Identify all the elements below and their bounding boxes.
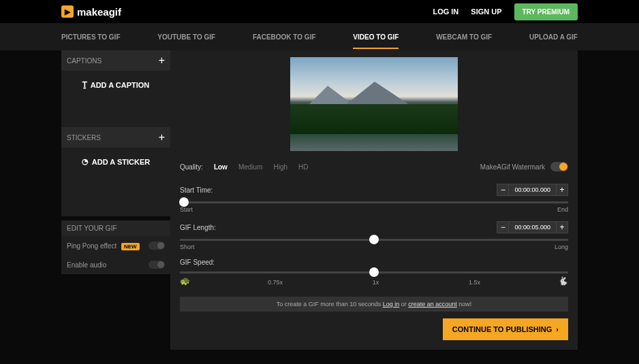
start-slider[interactable]	[180, 201, 568, 203]
quality-label: Quality:	[180, 163, 203, 171]
logo[interactable]: ▶ makeagif	[61, 5, 121, 18]
quality-hd[interactable]: HD	[298, 163, 308, 171]
quality-medium[interactable]: Medium	[238, 163, 263, 171]
start-slider-thumb[interactable]	[179, 197, 189, 207]
stickers-header: STICKERS +	[61, 127, 170, 148]
content: Quality: Low Medium High HD MakeAGif Wat…	[170, 50, 578, 350]
edit-section: EDIT YOUR GIF Ping Pong effect NEW Enabl…	[61, 220, 170, 274]
main-nav: PICTURES TO GIF YOUTUBE TO GIF FACEBOOK …	[0, 23, 639, 50]
info-pre: To create a GIF more than 10 seconds	[277, 301, 383, 308]
start-plus-button[interactable]: +	[556, 184, 568, 196]
top-bar: ▶ makeagif LOG IN SIGN UP TRY PREMIUM	[0, 0, 639, 23]
start-left-label: Start	[180, 206, 193, 213]
length-control: GIF Length: − 00:00:05.000 + Short Long	[180, 217, 568, 254]
speed-tick-1: 1x	[373, 279, 379, 286]
length-stepper: − 00:00:05.000 +	[497, 221, 568, 233]
speed-tick-15: 1.5x	[469, 279, 480, 286]
watermark-label: MakeAGif Watermark	[480, 163, 545, 171]
nav-webcam[interactable]: WEBCAM TO GIF	[436, 25, 492, 49]
length-left-label: Short	[180, 244, 195, 250]
login-link[interactable]: LOG IN	[433, 7, 458, 16]
length-label: GIF Length:	[180, 224, 216, 231]
info-mid: or	[399, 301, 408, 308]
length-right-label: Long	[555, 244, 568, 250]
captions-header: CAPTIONS +	[61, 50, 170, 71]
add-caption-label: ADD A CAPTION	[91, 81, 150, 89]
continue-label: CONTINUE TO PUBLISHING	[452, 325, 552, 333]
nav-youtube[interactable]: YOUTUBE TO GIF	[157, 25, 215, 49]
pingpong-label: Ping Pong effect	[67, 242, 116, 250]
nav-video[interactable]: VIDEO TO GIF	[353, 25, 399, 49]
logo-text: makeagif	[77, 6, 121, 18]
rabbit-icon: 🐇	[558, 276, 568, 286]
audio-toggle[interactable]	[149, 261, 165, 269]
quality-row: Quality: Low Medium High HD MakeAGif Wat…	[180, 154, 568, 180]
captions-body	[61, 99, 170, 127]
start-time-control: Start Time: − 00:00:00.000 + Start End	[180, 180, 568, 217]
video-preview[interactable]	[290, 57, 458, 151]
quality-low[interactable]: Low	[214, 163, 228, 171]
audio-label: Enable audio	[67, 261, 106, 269]
text-cursor-icon: Ṯ	[82, 80, 87, 89]
info-login-link[interactable]: Log in	[383, 301, 400, 308]
continue-button[interactable]: CONTINUE TO PUBLISHING ›	[443, 318, 568, 340]
edit-title: EDIT YOUR GIF	[61, 220, 170, 236]
length-plus-button[interactable]: +	[556, 221, 568, 233]
info-create-link[interactable]: create an account	[408, 301, 457, 308]
start-time-label: Start Time:	[180, 186, 213, 194]
length-slider-thumb[interactable]	[369, 235, 379, 244]
try-premium-button[interactable]: TRY PREMIUM	[514, 3, 578, 20]
stickers-body	[61, 176, 170, 216]
audio-row: Enable audio	[61, 255, 170, 274]
add-sticker-plus-icon[interactable]: +	[159, 131, 165, 144]
sidebar: CAPTIONS + Ṯ ADD A CAPTION STICKERS + ◔ …	[61, 50, 170, 350]
preview-area	[180, 50, 568, 154]
speed-slider[interactable]	[180, 271, 568, 274]
nav-facebook[interactable]: FACEBOOK TO GIF	[253, 25, 316, 49]
add-sticker-button[interactable]: ◔ ADD A STICKER	[61, 148, 170, 176]
add-caption-plus-icon[interactable]: +	[159, 54, 165, 67]
watermark-control: MakeAGif Watermark	[480, 162, 568, 171]
captions-title: CAPTIONS	[67, 57, 102, 65]
watermark-toggle[interactable]	[550, 162, 568, 171]
speed-tick-075: 0.75x	[268, 279, 283, 286]
turtle-icon: 🐢	[180, 276, 190, 286]
clock-icon-placeholder: ◔	[82, 157, 89, 166]
start-time-stepper: − 00:00:00.000 +	[497, 184, 568, 196]
nav-upload[interactable]: UPLOAD A GIF	[529, 25, 578, 49]
quality-high[interactable]: High	[273, 163, 287, 171]
signup-link[interactable]: SIGN UP	[471, 7, 501, 16]
logo-icon: ▶	[61, 5, 74, 18]
add-caption-button[interactable]: Ṯ ADD A CAPTION	[61, 71, 170, 99]
length-value: 00:00:05.000	[509, 221, 556, 233]
start-right-label: End	[557, 206, 568, 213]
chevron-right-icon: ›	[556, 325, 559, 333]
new-badge: NEW	[121, 243, 140, 250]
speed-control: GIF Speed: 🐢 0.75x 1x 1.5x 🐇	[180, 254, 568, 290]
nav-pictures[interactable]: PICTURES TO GIF	[61, 25, 121, 49]
speed-label: GIF Speed:	[180, 259, 215, 266]
speed-slider-thumb[interactable]	[369, 267, 379, 277]
info-post: now!	[457, 301, 472, 308]
add-sticker-label: ADD A STICKER	[92, 158, 150, 166]
length-minus-button[interactable]: −	[497, 221, 509, 233]
info-bar: To create a GIF more than 10 seconds Log…	[180, 297, 568, 312]
top-right: LOG IN SIGN UP TRY PREMIUM	[433, 3, 578, 20]
length-slider[interactable]	[180, 239, 568, 241]
stickers-title: STICKERS	[67, 134, 101, 142]
start-minus-button[interactable]: −	[497, 184, 509, 196]
pingpong-toggle[interactable]	[149, 242, 165, 250]
continue-row: CONTINUE TO PUBLISHING ›	[180, 318, 568, 340]
start-value: 00:00:00.000	[509, 184, 556, 196]
pingpong-row: Ping Pong effect NEW	[61, 236, 170, 255]
